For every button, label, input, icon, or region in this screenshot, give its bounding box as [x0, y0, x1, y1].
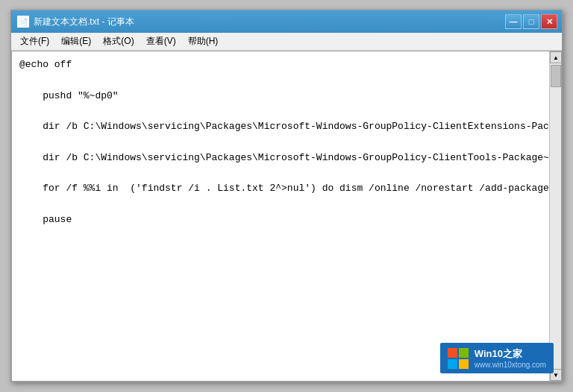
- scroll-thumb[interactable]: [551, 65, 561, 87]
- menu-file[interactable]: 文件(F): [14, 33, 55, 50]
- windows-logo-icon: [448, 348, 469, 369]
- maximize-button[interactable]: □: [523, 14, 539, 29]
- title-bar-left: 📄 新建文本文档.txt - 记事本: [17, 16, 134, 28]
- svg-rect-0: [448, 348, 457, 358]
- svg-rect-3: [459, 359, 469, 369]
- vertical-scrollbar[interactable]: ▲ ▼: [549, 51, 561, 381]
- watermark-text-container: Win10之家 www.win10xtong.com: [475, 347, 546, 369]
- watermark-overlay: Win10之家 www.win10xtong.com: [440, 343, 554, 373]
- watermark-title: Win10之家: [475, 347, 546, 361]
- close-button[interactable]: ✕: [541, 14, 557, 29]
- minimize-button[interactable]: —: [505, 14, 522, 29]
- watermark-url: www.win10xtong.com: [475, 361, 546, 369]
- window-title: 新建文本文档.txt - 记事本: [34, 16, 134, 28]
- notepad-window: 📄 新建文本文档.txt - 记事本 — □ ✕ 文件(F) 编辑(E) 格式(…: [10, 10, 563, 382]
- menu-view[interactable]: 查看(V): [140, 33, 182, 50]
- window-controls: — □ ✕: [505, 14, 557, 29]
- scroll-track: [550, 63, 561, 369]
- app-icon: 📄: [17, 16, 29, 28]
- svg-rect-1: [459, 348, 469, 358]
- menu-help[interactable]: 帮助(H): [182, 33, 225, 50]
- scroll-up-button[interactable]: ▲: [550, 51, 562, 63]
- menu-format[interactable]: 格式(O): [97, 33, 140, 50]
- text-editor[interactable]: @echo off pushd "%~dp0" dir /b C:\Window…: [12, 51, 549, 381]
- title-bar: 📄 新建文本文档.txt - 记事本 — □ ✕: [11, 10, 562, 33]
- svg-rect-2: [448, 359, 457, 369]
- menu-edit[interactable]: 编辑(E): [55, 33, 97, 50]
- editor-container: @echo off pushd "%~dp0" dir /b C:\Window…: [11, 51, 562, 382]
- menu-bar: 文件(F) 编辑(E) 格式(O) 查看(V) 帮助(H): [11, 33, 562, 51]
